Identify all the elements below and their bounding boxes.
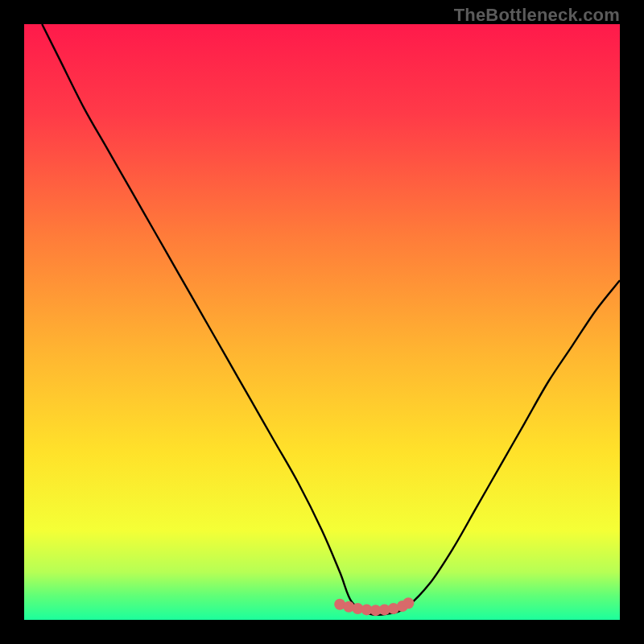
marker-dot <box>402 597 414 609</box>
bottleneck-chart <box>24 24 620 620</box>
watermark-text: TheBottleneck.com <box>454 5 620 26</box>
chart-frame: TheBottleneck.com <box>0 0 644 644</box>
plot-area <box>24 24 620 620</box>
